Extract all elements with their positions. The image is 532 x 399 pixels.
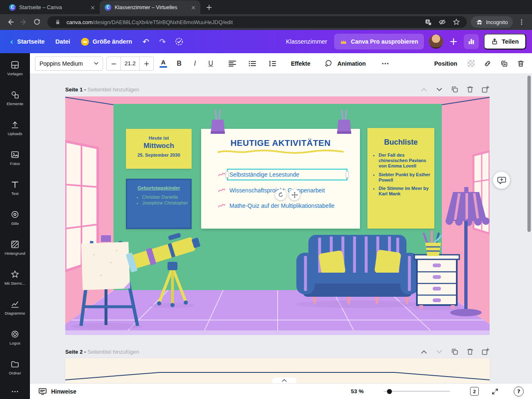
move-handle-button[interactable] xyxy=(289,189,300,200)
browser-tab-startseite[interactable]: C Startseite – Canva × xyxy=(4,0,100,14)
sidebar-item-text[interactable]: Text xyxy=(0,173,30,203)
canva-pro-button[interactable]: Canva Pro ausprobieren xyxy=(334,34,424,49)
selection-handle-right[interactable] xyxy=(346,171,349,178)
redo-icon[interactable]: ↷ xyxy=(155,34,170,49)
animate-button-label[interactable]: Animation xyxy=(334,60,369,67)
eye-off-icon[interactable] xyxy=(437,17,448,27)
selection-handle-left[interactable] xyxy=(226,171,229,178)
bold-button[interactable]: B xyxy=(173,57,185,71)
new-tab-button[interactable]: + xyxy=(203,1,215,13)
url-text: canva.com/design/DAE68LCqXb4/eT5IrBQNxhE… xyxy=(66,19,419,25)
sidebar-item-ordner[interactable]: Ordner xyxy=(0,352,30,382)
sidebar-item-fotos[interactable]: Fotos xyxy=(0,143,30,173)
activities-poster[interactable]: HEUTIGE AKTIVITÄTEN Selbstständige Leses… xyxy=(201,129,360,229)
activity-item-3[interactable]: Mathe-Quiz auf der Multiplikationstabell… xyxy=(218,202,335,209)
page2-add-page-icon[interactable] xyxy=(481,347,490,356)
scrollbar-thumb[interactable] xyxy=(527,76,531,232)
sidebar-item-uploads[interactable]: Uploads xyxy=(0,113,30,143)
sidebar-item-vorlagen[interactable]: Vorlagen xyxy=(0,53,30,83)
tab-close-icon[interactable]: × xyxy=(89,4,96,11)
back-icon[interactable] xyxy=(4,16,17,28)
text-color-button[interactable]: A xyxy=(157,57,170,71)
rotate-handle-button[interactable] xyxy=(275,189,286,200)
sidebar-item-mit-sternchen[interactable]: Mit Sternc... xyxy=(0,263,30,293)
page2-title[interactable]: Seite 2 - Seitentitel hinzufügen xyxy=(65,349,139,355)
page1-add-page-icon[interactable] xyxy=(481,85,490,94)
reload-icon[interactable] xyxy=(31,16,43,28)
help-button[interactable]: ? xyxy=(514,387,524,397)
sync-status-icon[interactable] xyxy=(172,34,186,49)
font-size-increase-button[interactable]: + xyxy=(140,57,153,70)
invite-plus-button[interactable]: + xyxy=(448,36,459,47)
document-title[interactable]: Klassenzimmer xyxy=(286,30,327,53)
page2-move-down-icon[interactable] xyxy=(435,347,443,356)
duplicate-button[interactable] xyxy=(498,57,510,71)
background-icon xyxy=(10,240,20,249)
page2-move-up-icon[interactable] xyxy=(420,347,428,356)
insights-chart-button[interactable] xyxy=(464,34,479,49)
page1-move-down-icon[interactable] xyxy=(435,85,443,94)
drawer-cabinet[interactable] xyxy=(414,255,459,309)
share-button[interactable]: Teilen xyxy=(484,34,526,49)
spacing-button[interactable] xyxy=(266,57,278,71)
translate-icon[interactable] xyxy=(423,17,433,27)
sidebar-more-button[interactable] xyxy=(11,384,19,399)
browser-menu-kebab-icon[interactable] xyxy=(515,16,528,28)
list-button[interactable] xyxy=(246,57,259,71)
home-button[interactable]: ‹ Startseite xyxy=(6,33,49,50)
resize-button[interactable]: Größe ändern xyxy=(77,33,136,50)
italic-button[interactable]: I xyxy=(189,57,201,71)
transparency-button[interactable] xyxy=(465,57,477,71)
zoom-slider-thumb[interactable] xyxy=(387,389,392,394)
collapse-panel-tab[interactable] xyxy=(272,377,296,383)
booklist-note[interactable]: Buchliste Der Fall des chinesischen Pavi… xyxy=(367,128,434,229)
page2-duplicate-icon[interactable] xyxy=(451,347,459,356)
text-selection-box[interactable] xyxy=(227,169,347,180)
tab-close-icon[interactable]: × xyxy=(190,4,197,11)
bookmark-star-icon[interactable] xyxy=(451,17,462,27)
sidebar-item-hintergrund[interactable]: Hintergrund xyxy=(0,233,30,263)
sidebar-item-elemente[interactable]: Elemente xyxy=(0,83,30,113)
page1-design[interactable]: Heute ist Mittwoch 25. September 2030 Ge… xyxy=(65,96,490,335)
browser-tab-klassenzimmer[interactable]: C Klassenzimmer – Virtuelles × xyxy=(100,0,200,14)
page1-duplicate-icon[interactable] xyxy=(451,85,459,94)
date-note[interactable]: Heute ist Mittwoch 25. September 2030 xyxy=(126,129,192,169)
add-comment-button[interactable] xyxy=(493,172,510,189)
fullscreen-button[interactable] xyxy=(491,388,499,395)
page1-delete-icon[interactable] xyxy=(466,85,474,94)
underline-button[interactable]: U xyxy=(204,57,217,71)
design-canvas-area[interactable]: Seite 1 - Seitentitel hinzufügen xyxy=(30,74,532,383)
zoom-slider[interactable] xyxy=(384,391,450,392)
effects-button[interactable]: Effekte xyxy=(288,60,314,67)
page2-delete-icon[interactable] xyxy=(466,347,474,356)
position-button[interactable]: Position xyxy=(431,60,461,67)
page1-title[interactable]: Seite 1 - Seitentitel hinzufügen xyxy=(65,86,139,93)
text-align-button[interactable] xyxy=(226,57,239,71)
file-menu[interactable]: Datei xyxy=(51,33,74,50)
font-size-value[interactable]: 21.2 xyxy=(121,57,140,70)
font-family-select[interactable]: Poppins Medium xyxy=(35,57,103,71)
sidebar-item-stile[interactable]: Stile xyxy=(0,203,30,233)
font-size-decrease-button[interactable]: − xyxy=(107,57,121,70)
forward-icon[interactable] xyxy=(17,16,30,28)
canvas-scrollbar[interactable] xyxy=(527,76,531,382)
page1-move-up-icon[interactable] xyxy=(420,85,428,94)
incognito-badge[interactable]: Incognito xyxy=(471,16,513,28)
avatar[interactable] xyxy=(429,34,443,49)
lock-icon[interactable] xyxy=(52,17,63,27)
sofa[interactable] xyxy=(296,235,419,304)
page-count-button[interactable]: 2 xyxy=(470,387,479,396)
sidebar-item-diagramme[interactable]: Diagramme xyxy=(0,293,30,323)
sidebar-item-logos[interactable]: Logos xyxy=(0,323,30,352)
zoom-level[interactable]: 53 % xyxy=(351,388,364,394)
birthday-board[interactable]: Geburtstagskinder Christian Daniella Jos… xyxy=(126,179,192,229)
activity-item-2[interactable]: Wissenschaftsprojekt: Gruppenarbeit xyxy=(218,187,325,194)
activities-title[interactable]: HEUTIGE AKTIVITÄTEN xyxy=(201,138,360,148)
animate-button[interactable] xyxy=(322,57,335,71)
address-bar[interactable]: canva.com/design/DAE68LCqXb4/eT5IrBQNxhE… xyxy=(47,16,467,28)
more-options-button[interactable] xyxy=(379,57,392,71)
delete-button[interactable] xyxy=(515,57,527,71)
undo-icon[interactable]: ↶ xyxy=(139,34,153,49)
link-button[interactable] xyxy=(481,57,494,71)
notes-button[interactable]: Hinweise xyxy=(38,387,76,395)
